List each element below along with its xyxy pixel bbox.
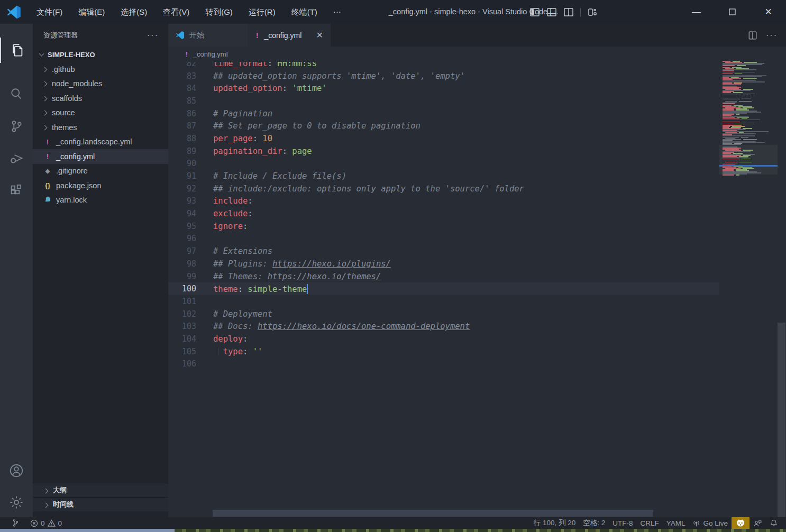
- sidebar-bottom-sections: 大纲时间线: [33, 483, 168, 511]
- activity-bar: [0, 24, 33, 518]
- code-line-98[interactable]: 98## Plugins: https://hexo.io/plugins/: [168, 258, 719, 270]
- more-actions-icon[interactable]: ···: [766, 31, 778, 40]
- line-content: include:: [213, 196, 253, 206]
- views-and-more-actions-icon[interactable]: ···: [147, 31, 159, 40]
- menu-运行R[interactable]: 运行(R): [241, 0, 284, 24]
- extensions-icon[interactable]: [0, 178, 33, 204]
- tree-item-yarn.lock[interactable]: yarn.lock: [33, 193, 168, 208]
- code-line-83[interactable]: 83## updated_option supports 'mtime', 'd…: [168, 70, 719, 82]
- code-line-91[interactable]: 91# Include / Exclude file(s): [168, 170, 719, 182]
- tree-item-.github[interactable]: .github: [33, 62, 168, 77]
- code-line-88[interactable]: 88per_page: 10: [168, 132, 719, 145]
- folder-name: source: [52, 108, 75, 117]
- status-bar: 0 0 行 100, 列 20 空格: 2 UTF-8 CRLF YAML Go…: [0, 517, 786, 529]
- menu-⋯[interactable]: ⋯: [325, 0, 349, 24]
- tree-item-themes[interactable]: themes: [33, 120, 168, 135]
- tab-label: 开始: [189, 31, 204, 40]
- code-line-86[interactable]: 86# Pagination: [168, 107, 719, 120]
- toggle-secondary-sidebar-icon[interactable]: [563, 7, 574, 17]
- sidebar-section-时间线[interactable]: 时间线: [33, 497, 168, 511]
- code-line-102[interactable]: 102# Deployment: [168, 308, 719, 320]
- code-line-93[interactable]: 93include:: [168, 195, 719, 208]
- language-mode[interactable]: YAML: [663, 517, 689, 529]
- yaml-file-icon: !: [43, 152, 52, 160]
- code-line-101[interactable]: 101: [168, 295, 719, 308]
- code-line-90[interactable]: 90: [168, 158, 719, 170]
- notifications-bell-icon[interactable]: [766, 517, 782, 529]
- ai-assistant-badge[interactable]: [732, 517, 750, 529]
- code-line-94[interactable]: 94exclude:: [168, 207, 719, 220]
- sidebar-section-大纲[interactable]: 大纲: [33, 483, 168, 497]
- indent-guide: [218, 348, 218, 355]
- settings-gear-icon[interactable]: [0, 490, 33, 515]
- tree-item-.gitignore[interactable]: ◆.gitignore: [33, 164, 168, 179]
- go-live-button[interactable]: Go Live: [689, 517, 732, 529]
- feedback-icon[interactable]: [750, 517, 766, 529]
- code-line-95[interactable]: 95ignore:: [168, 220, 719, 233]
- code-line-92[interactable]: 92## include:/exclude: options only appl…: [168, 182, 719, 195]
- code-editor[interactable]: 82time_format: HH:mm:ss83## updated_opti…: [168, 57, 719, 517]
- line-content: ## Set per_page to 0 to disable paginati…: [213, 121, 421, 131]
- tree-item-_config.yml[interactable]: !_config.yml: [33, 149, 168, 164]
- vertical-scrollbar[interactable]: [778, 323, 785, 519]
- code-line-85[interactable]: 85: [168, 95, 719, 107]
- line-number: 100: [168, 284, 196, 293]
- problems-indicator[interactable]: 0 0: [26, 517, 66, 529]
- code-line-87[interactable]: 87## Set per_page to 0 to disable pagina…: [168, 120, 719, 132]
- account-icon[interactable]: [0, 458, 33, 483]
- chevron-right-icon: [42, 67, 48, 72]
- close-button[interactable]: ✕: [756, 0, 781, 24]
- menu-转到G[interactable]: 转到(G): [197, 0, 241, 24]
- code-line-104[interactable]: 104deploy:: [168, 333, 719, 345]
- code-line-103[interactable]: 103## Docs: https://hexo.io/docs/one-com…: [168, 320, 719, 333]
- end-of-line[interactable]: CRLF: [636, 517, 662, 529]
- toggle-sidebar-icon[interactable]: [529, 7, 540, 17]
- tab-config-yml[interactable]: ! _config.yml ✕: [248, 24, 331, 47]
- project-root-row[interactable]: SIMPLE-HEXO: [33, 48, 168, 61]
- menu-查看V[interactable]: 查看(V): [155, 0, 197, 24]
- tree-item-scaffolds[interactable]: scaffolds: [33, 91, 168, 106]
- horizontal-scrollbar[interactable]: [213, 510, 653, 517]
- search-icon[interactable]: [0, 81, 33, 106]
- code-line-97[interactable]: 97# Extensions: [168, 245, 719, 258]
- source-control-icon[interactable]: [0, 114, 33, 139]
- tree-item-_config.landscape.yml[interactable]: !_config.landscape.yml: [33, 135, 168, 150]
- line-number: 95: [168, 222, 196, 231]
- tree-item-source[interactable]: source: [33, 106, 168, 121]
- tab-start[interactable]: 开始: [168, 24, 248, 47]
- minimap[interactable]: [719, 57, 778, 517]
- git-file-icon: ◆: [43, 168, 52, 175]
- tree-item-node_modules[interactable]: node_modules: [33, 77, 168, 91]
- tree-item-package.json[interactable]: {}package.json: [33, 178, 168, 193]
- toggle-panel-icon[interactable]: [546, 7, 557, 17]
- menu-文件F[interactable]: 文件(F): [29, 0, 70, 24]
- file-name: .gitignore: [56, 167, 88, 175]
- source-control-status-icon[interactable]: [7, 517, 23, 529]
- yaml-file-icon: !: [185, 50, 189, 58]
- encoding[interactable]: UTF-8: [609, 517, 636, 529]
- code-line-99[interactable]: 99## Themes: https://hexo.io/themes/: [168, 270, 719, 283]
- menu-终端T[interactable]: 终端(T): [284, 0, 325, 24]
- code-line-89[interactable]: 89pagination_dir: page: [168, 145, 719, 158]
- indentation[interactable]: 空格: 2: [579, 517, 609, 529]
- minimize-button[interactable]: —: [684, 0, 709, 24]
- maximize-button[interactable]: [720, 0, 745, 24]
- code-line-100[interactable]: 100theme: simple-theme: [168, 282, 719, 295]
- explorer-icon[interactable]: [0, 38, 33, 63]
- line-number: 96: [168, 234, 196, 243]
- menu-选择S[interactable]: 选择(S): [113, 0, 155, 24]
- code-line-106[interactable]: 106: [168, 358, 719, 371]
- split-editor-icon[interactable]: [748, 31, 757, 40]
- cursor-position[interactable]: 行 100, 列 20: [530, 517, 580, 529]
- menu-编辑E[interactable]: 编辑(E): [70, 0, 113, 24]
- breadcrumb[interactable]: ! _config.yml: [168, 47, 719, 62]
- close-tab-icon[interactable]: ✕: [316, 30, 323, 40]
- line-number: 106: [168, 359, 196, 369]
- run-and-debug-icon[interactable]: [0, 145, 33, 171]
- customize-layout-icon[interactable]: [587, 7, 598, 17]
- code-line-84[interactable]: 84updated_option: 'mtime': [168, 82, 719, 95]
- code-line-105[interactable]: 105 type: '': [168, 345, 719, 358]
- code-line-96[interactable]: 96: [168, 233, 719, 245]
- json-file-icon: {}: [43, 181, 52, 189]
- line-number: 99: [168, 272, 196, 281]
